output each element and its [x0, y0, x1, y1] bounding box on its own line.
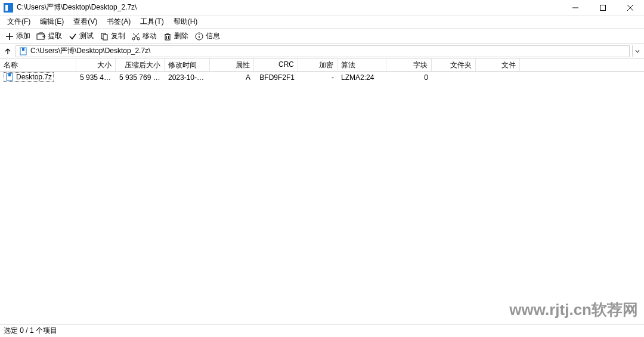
- toolbar-add-button[interactable]: 添加: [2, 30, 33, 42]
- menu-file[interactable]: 文件(F): [2, 15, 35, 29]
- check-icon: [68, 32, 78, 41]
- window-controls: [562, 0, 644, 15]
- col-packed[interactable]: 压缩后大小: [116, 58, 165, 71]
- list-header: 名称 大小 压缩后大小 修改时间 属性 CRC 加密 算法 字块 文件夹 文件: [0, 58, 644, 72]
- cell-encrypted: -: [298, 72, 338, 83]
- file-list[interactable]: Desktop.7z 5 935 401 943 5 935 769 432 2…: [0, 72, 644, 324]
- toolbar-label: 提取: [48, 31, 62, 41]
- col-modified[interactable]: 修改时间: [165, 58, 210, 71]
- plus-icon: [5, 32, 14, 41]
- file-name-text: Desktop.7z: [16, 73, 52, 81]
- toolbar-label: 测试: [79, 31, 94, 41]
- toolbar-label: 复制: [111, 31, 125, 41]
- col-name[interactable]: 名称: [0, 58, 76, 71]
- menu-edit[interactable]: 编辑(E): [35, 15, 69, 29]
- col-size[interactable]: 大小: [76, 58, 116, 71]
- menu-bookmark[interactable]: 书签(A): [102, 15, 135, 29]
- menu-help[interactable]: 帮助(H): [169, 15, 203, 29]
- cell-packed: 5 935 769 432: [116, 72, 165, 83]
- toolbar-extract-button[interactable]: 提取: [34, 30, 64, 42]
- toolbar-copy-button[interactable]: 复制: [97, 30, 128, 42]
- svg-rect-22: [22, 48, 24, 51]
- svg-rect-8: [103, 35, 107, 40]
- col-method[interactable]: 算法: [338, 58, 386, 71]
- copy-icon: [100, 32, 109, 41]
- toolbar-label: 信息: [206, 31, 220, 41]
- address-dropdown-button[interactable]: [632, 45, 642, 57]
- svg-rect-24: [8, 73, 11, 76]
- toolbar-label: 移动: [143, 31, 157, 41]
- trash-icon: [163, 32, 172, 41]
- toolbar-label: 添加: [16, 31, 30, 41]
- svg-rect-1: [600, 5, 606, 10]
- cell-block: 0: [386, 72, 432, 83]
- svg-rect-13: [165, 35, 170, 40]
- titlebar: C:\Users\严博\Desktop\Desktop_2.7z\: [0, 0, 644, 16]
- cell-folders: [432, 76, 476, 79]
- scissors-icon: [131, 32, 141, 41]
- menu-view[interactable]: 查看(V): [69, 15, 102, 29]
- extract-icon: [36, 32, 46, 41]
- col-attr[interactable]: 属性: [210, 58, 254, 71]
- svg-point-19: [199, 34, 200, 35]
- address-input[interactable]: [30, 47, 627, 55]
- minimize-button[interactable]: [562, 0, 589, 15]
- menu-tools[interactable]: 工具(T): [135, 15, 168, 29]
- cell-crc: BFD9F2F1: [254, 72, 298, 83]
- address-input-wrap: [16, 45, 630, 57]
- maximize-button[interactable]: [589, 0, 617, 15]
- svg-line-12: [133, 33, 138, 38]
- toolbar-move-button[interactable]: 移动: [129, 30, 159, 42]
- archive-file-icon: [5, 73, 14, 81]
- cell-files: [476, 76, 520, 79]
- up-button[interactable]: [2, 46, 13, 57]
- cell-method: LZMA2:24: [338, 72, 386, 83]
- statusbar: 选定 0 / 1 个项目: [0, 324, 644, 337]
- toolbar-test-button[interactable]: 测试: [66, 30, 96, 42]
- menubar: 文件(F) 编辑(E) 查看(V) 书签(A) 工具(T) 帮助(H): [0, 16, 644, 29]
- col-block[interactable]: 字块: [386, 58, 432, 71]
- toolbar-info-button[interactable]: 信息: [192, 30, 222, 42]
- status-text: 选定 0 / 1 个项目: [4, 326, 57, 336]
- toolbar-delete-button[interactable]: 删除: [160, 30, 191, 42]
- addressbar: [0, 44, 644, 58]
- col-encrypted[interactable]: 加密: [298, 58, 338, 71]
- toolbar-label: 删除: [174, 31, 188, 41]
- cell-size: 5 935 401 943: [76, 72, 116, 83]
- cell-modified: 2023-10-20 1...: [165, 72, 210, 83]
- window-title: C:\Users\严博\Desktop\Desktop_2.7z\: [17, 2, 562, 13]
- col-folders[interactable]: 文件夹: [432, 58, 476, 71]
- close-button[interactable]: [617, 0, 644, 15]
- table-row[interactable]: Desktop.7z 5 935 401 943 5 935 769 432 2…: [0, 72, 644, 84]
- app-icon: [4, 3, 13, 13]
- cell-name: Desktop.7z: [0, 72, 76, 84]
- col-crc[interactable]: CRC: [254, 58, 298, 71]
- svg-line-11: [134, 33, 139, 38]
- archive-file-icon: [18, 47, 28, 56]
- col-files[interactable]: 文件: [476, 58, 520, 71]
- info-icon: [194, 32, 204, 41]
- cell-attr: A: [210, 72, 254, 83]
- toolbar: 添加 提取 测试 复制 移动 删除 信息: [0, 29, 644, 44]
